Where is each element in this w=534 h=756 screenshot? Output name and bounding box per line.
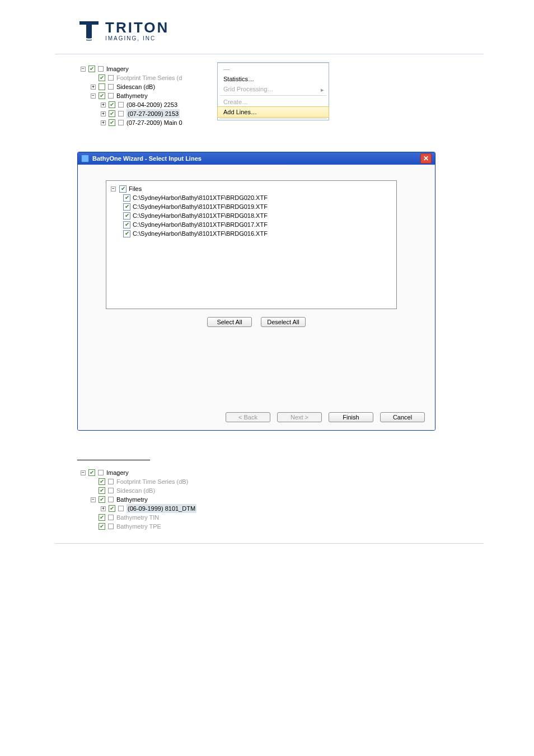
checkbox[interactable]: ✔ [99,496,105,503]
expander-icon[interactable]: + [101,111,106,116]
checkbox[interactable]: ✔ [99,523,105,530]
layer-icon [118,102,124,108]
tree-label: (07-27-2009) Main 0 [127,118,182,127]
tree-row[interactable]: ✔Bathymetry TPE [81,522,242,531]
checkbox[interactable]: ✔ [88,469,95,476]
layer-icon [108,488,114,493]
tree-row[interactable]: ✔Footprint Time Series (d [81,73,203,82]
layer-icon [108,515,114,520]
layer-icon [108,93,114,99]
expander-icon[interactable]: − [111,186,116,192]
checkbox[interactable]: ✔ [99,83,105,90]
expander-spacer [91,488,96,493]
tree-row[interactable]: −✔Bathymetry [81,91,203,100]
checkbox[interactable]: ✔ [119,185,127,193]
context-menu: — Statistics… Grid Processing…▸ Create… … [217,62,329,120]
tree-row[interactable]: +✔(07-27-2009) Main 0 [81,118,203,127]
tree-label: Footprint Time Series (dB) [116,477,188,486]
tree-row[interactable]: +✔(07-27-2009) 2153 [81,109,203,118]
checkbox[interactable]: ✔ [99,92,105,99]
logo-subtitle: IMAGING, INC [105,36,169,41]
expander-icon[interactable]: + [101,102,106,108]
checkbox[interactable]: ✔ [123,230,130,237]
checkbox[interactable]: ✔ [109,505,115,512]
layer-icon [98,66,104,72]
finish-button[interactable]: Finish [329,412,373,422]
layer-icon [108,84,114,90]
tree-label: Imagery [106,64,129,73]
dialog-title: BathyOne Wizard - Select Input Lines [92,155,202,162]
expander-spacer [91,515,96,520]
logo: TRITON IMAGING, INC [55,16,484,50]
file-row[interactable]: ✔C:\SydneyHarbor\Bathy\8101XTF\BRDG020.X… [111,193,392,202]
layer-tree-2: − ✔ Imagery ✔Footprint Time Series (dB)✔… [77,466,245,533]
logo-title: TRITON [105,20,169,35]
checkbox[interactable]: ✔ [123,203,130,211]
layer-icon [98,470,104,475]
menu-item-statistics[interactable]: Statistics… [218,74,329,84]
layer-icon [118,111,124,116]
file-row[interactable]: ✔C:\SydneyHarbor\Bathy\8101XTF\BRDG019.X… [111,202,392,211]
close-icon[interactable]: ✕ [420,153,432,164]
step-marker [77,451,150,460]
checkbox[interactable]: ✔ [99,478,105,485]
tree-row[interactable]: +✔Sidescan (dB) [81,82,203,91]
expander-icon[interactable]: − [81,67,86,72]
tree-label: (08-04-2009) 2253 [127,100,177,109]
tree-label: Bathymetry TIN [116,513,159,522]
checkbox[interactable]: ✔ [109,101,115,108]
tree-row[interactable]: ✔Bathymetry TIN [81,513,242,522]
tree-row[interactable]: +✔(08-04-2009) 2253 [81,100,203,109]
checkbox[interactable]: ✔ [123,212,130,220]
checkbox[interactable]: ✔ [99,487,105,494]
expander-spacer [91,479,96,484]
file-tree: − ✔ Files ✔C:\SydneyHarbor\Bathy\8101XTF… [106,180,397,309]
file-row[interactable]: ✔C:\SydneyHarbor\Bathy\8101XTF\BRDG017.X… [111,220,392,229]
menu-separator [220,95,326,96]
expander-icon[interactable]: − [91,497,96,502]
expander-icon[interactable]: + [91,85,96,90]
file-path: C:\SydneyHarbor\Bathy\8101XTF\BRDG019.XT… [133,202,268,211]
checkbox[interactable]: ✔ [123,221,130,228]
tree-label: Sidescan (dB) [116,486,155,495]
next-button[interactable]: Next > [277,412,322,422]
layer-icon [108,524,114,529]
menu-item-add-lines[interactable]: Add Lines… [217,106,329,118]
tree-row[interactable]: −✔Bathymetry [81,495,242,504]
file-row[interactable]: ✔C:\SydneyHarbor\Bathy\8101XTF\BRDG016.X… [111,229,392,238]
layer-tree-1: − ✔ Imagery ✔Footprint Time Series (d+✔S… [77,62,206,129]
menu-item-detection[interactable]: — [218,63,329,74]
menu-item-grid-processing[interactable]: Grid Processing…▸ [218,84,329,94]
expander-icon[interactable]: + [101,506,106,511]
expander-icon[interactable]: + [101,120,106,125]
layer-icon [118,506,124,511]
tree-row[interactable]: ✔Sidescan (dB) [81,486,242,495]
tree-row[interactable]: +✔(06-09-1999) 8101_DTM [81,504,242,513]
checkbox[interactable]: ✔ [109,110,115,117]
cancel-button[interactable]: Cancel [380,412,425,422]
select-all-button[interactable]: Select All [207,317,252,327]
checkbox[interactable]: ✔ [99,514,105,521]
expander-spacer [91,524,96,529]
file-row[interactable]: ✔C:\SydneyHarbor\Bathy\8101XTF\BRDG018.X… [111,211,392,220]
dialog-titlebar[interactable]: BathyOne Wizard - Select Input Lines ✕ [78,152,435,165]
layer-icon [108,479,114,484]
deselect-all-button[interactable]: Deselect All [261,317,306,327]
back-button[interactable]: < Back [226,412,270,422]
checkbox[interactable]: ✔ [99,74,105,81]
tree-label: (06-09-1999) 8101_DTM [127,504,196,513]
tree-label: Imagery [106,468,129,477]
menu-item-create[interactable]: Create… [218,97,329,107]
expander-icon[interactable]: − [81,470,86,475]
tree-label: Bathymetry TPE [116,522,161,531]
checkbox[interactable]: ✔ [88,66,95,72]
divider [55,543,484,544]
checkbox[interactable]: ✔ [123,194,130,202]
tree-label: Footprint Time Series (d [116,73,182,82]
expander-icon[interactable]: − [91,94,96,99]
checkbox[interactable]: ✔ [109,119,115,126]
tree-row[interactable]: ✔Footprint Time Series (dB) [81,477,242,486]
layer-icon [108,497,114,502]
tree-label: Bathymetry [116,495,148,504]
tree-label: Bathymetry [116,91,148,100]
